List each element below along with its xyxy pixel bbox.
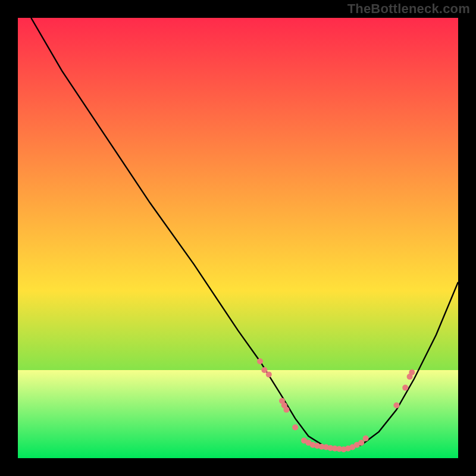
data-marker [409, 369, 415, 375]
data-marker [261, 367, 267, 373]
data-marker [283, 407, 289, 413]
data-marker [402, 385, 408, 391]
data-marker [292, 424, 298, 430]
chart-svg [18, 18, 458, 458]
data-marker [363, 436, 369, 441]
plot-area [18, 18, 458, 458]
data-marker [257, 358, 263, 364]
watermark-text: TheBottleneck.com [347, 1, 470, 17]
data-marker [393, 402, 399, 408]
data-marker [266, 371, 272, 377]
data-marker [358, 440, 364, 446]
chart-frame: TheBottleneck.com [0, 0, 476, 476]
